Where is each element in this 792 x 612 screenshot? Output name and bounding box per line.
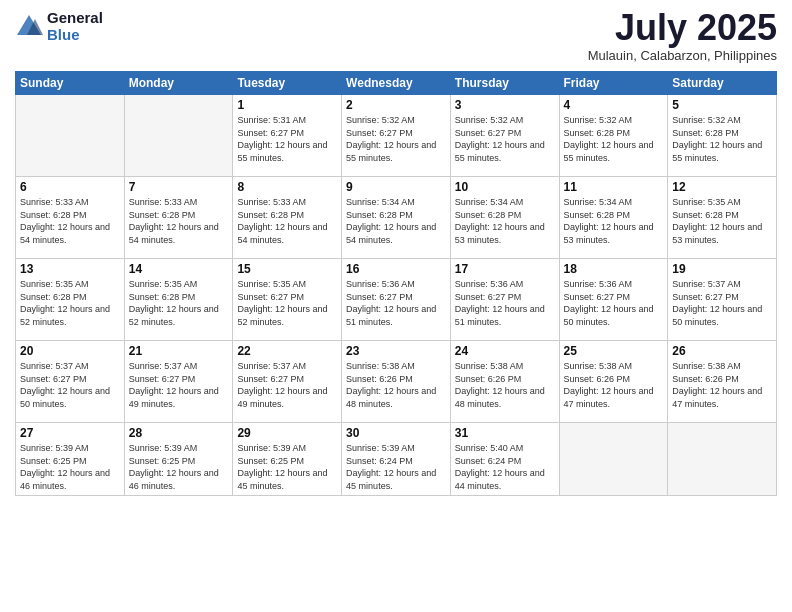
calendar-cell: 24Sunrise: 5:38 AM Sunset: 6:26 PM Dayli… (450, 341, 559, 423)
logo-general: General (47, 10, 103, 27)
week-row-2: 13Sunrise: 5:35 AM Sunset: 6:28 PM Dayli… (16, 259, 777, 341)
day-number: 24 (455, 344, 555, 358)
day-number: 19 (672, 262, 772, 276)
day-number: 20 (20, 344, 120, 358)
day-info: Sunrise: 5:36 AM Sunset: 6:27 PM Dayligh… (455, 278, 555, 328)
day-number: 22 (237, 344, 337, 358)
day-number: 15 (237, 262, 337, 276)
weekday-header-monday: Monday (124, 72, 233, 95)
month-title: July 2025 (588, 10, 777, 46)
title-block: July 2025 Mulauin, Calabarzon, Philippin… (588, 10, 777, 63)
day-number: 27 (20, 426, 120, 440)
day-number: 9 (346, 180, 446, 194)
day-number: 21 (129, 344, 229, 358)
day-number: 6 (20, 180, 120, 194)
day-info: Sunrise: 5:32 AM Sunset: 6:28 PM Dayligh… (672, 114, 772, 164)
logo-icon (15, 13, 43, 41)
week-row-4: 27Sunrise: 5:39 AM Sunset: 6:25 PM Dayli… (16, 423, 777, 496)
calendar-cell (16, 95, 125, 177)
day-number: 12 (672, 180, 772, 194)
weekday-header-tuesday: Tuesday (233, 72, 342, 95)
day-info: Sunrise: 5:35 AM Sunset: 6:28 PM Dayligh… (20, 278, 120, 328)
calendar-cell: 6Sunrise: 5:33 AM Sunset: 6:28 PM Daylig… (16, 177, 125, 259)
logo: General Blue (15, 10, 103, 43)
week-row-3: 20Sunrise: 5:37 AM Sunset: 6:27 PM Dayli… (16, 341, 777, 423)
calendar-cell: 1Sunrise: 5:31 AM Sunset: 6:27 PM Daylig… (233, 95, 342, 177)
day-number: 13 (20, 262, 120, 276)
calendar-cell: 5Sunrise: 5:32 AM Sunset: 6:28 PM Daylig… (668, 95, 777, 177)
day-number: 8 (237, 180, 337, 194)
page: General Blue July 2025 Mulauin, Calabarz… (0, 0, 792, 612)
day-info: Sunrise: 5:40 AM Sunset: 6:24 PM Dayligh… (455, 442, 555, 492)
day-info: Sunrise: 5:32 AM Sunset: 6:28 PM Dayligh… (564, 114, 664, 164)
day-info: Sunrise: 5:33 AM Sunset: 6:28 PM Dayligh… (129, 196, 229, 246)
day-number: 4 (564, 98, 664, 112)
day-info: Sunrise: 5:39 AM Sunset: 6:25 PM Dayligh… (237, 442, 337, 492)
day-info: Sunrise: 5:34 AM Sunset: 6:28 PM Dayligh… (564, 196, 664, 246)
day-number: 11 (564, 180, 664, 194)
calendar-cell (559, 423, 668, 496)
calendar-cell: 22Sunrise: 5:37 AM Sunset: 6:27 PM Dayli… (233, 341, 342, 423)
day-info: Sunrise: 5:35 AM Sunset: 6:28 PM Dayligh… (129, 278, 229, 328)
weekday-header-friday: Friday (559, 72, 668, 95)
calendar-cell: 29Sunrise: 5:39 AM Sunset: 6:25 PM Dayli… (233, 423, 342, 496)
calendar-cell: 26Sunrise: 5:38 AM Sunset: 6:26 PM Dayli… (668, 341, 777, 423)
day-info: Sunrise: 5:33 AM Sunset: 6:28 PM Dayligh… (20, 196, 120, 246)
calendar-cell: 25Sunrise: 5:38 AM Sunset: 6:26 PM Dayli… (559, 341, 668, 423)
day-info: Sunrise: 5:37 AM Sunset: 6:27 PM Dayligh… (237, 360, 337, 410)
day-number: 25 (564, 344, 664, 358)
day-number: 14 (129, 262, 229, 276)
day-number: 23 (346, 344, 446, 358)
calendar-cell: 17Sunrise: 5:36 AM Sunset: 6:27 PM Dayli… (450, 259, 559, 341)
calendar-cell (668, 423, 777, 496)
calendar-cell: 10Sunrise: 5:34 AM Sunset: 6:28 PM Dayli… (450, 177, 559, 259)
logo-blue: Blue (47, 27, 103, 44)
calendar-cell: 9Sunrise: 5:34 AM Sunset: 6:28 PM Daylig… (342, 177, 451, 259)
day-number: 30 (346, 426, 446, 440)
day-info: Sunrise: 5:39 AM Sunset: 6:24 PM Dayligh… (346, 442, 446, 492)
calendar-cell: 8Sunrise: 5:33 AM Sunset: 6:28 PM Daylig… (233, 177, 342, 259)
week-row-0: 1Sunrise: 5:31 AM Sunset: 6:27 PM Daylig… (16, 95, 777, 177)
calendar-cell: 21Sunrise: 5:37 AM Sunset: 6:27 PM Dayli… (124, 341, 233, 423)
weekday-header-wednesday: Wednesday (342, 72, 451, 95)
calendar-cell: 20Sunrise: 5:37 AM Sunset: 6:27 PM Dayli… (16, 341, 125, 423)
day-number: 17 (455, 262, 555, 276)
calendar-cell (124, 95, 233, 177)
weekday-header-thursday: Thursday (450, 72, 559, 95)
day-info: Sunrise: 5:32 AM Sunset: 6:27 PM Dayligh… (346, 114, 446, 164)
location: Mulauin, Calabarzon, Philippines (588, 48, 777, 63)
calendar-cell: 27Sunrise: 5:39 AM Sunset: 6:25 PM Dayli… (16, 423, 125, 496)
calendar-cell: 28Sunrise: 5:39 AM Sunset: 6:25 PM Dayli… (124, 423, 233, 496)
day-number: 26 (672, 344, 772, 358)
calendar-cell: 19Sunrise: 5:37 AM Sunset: 6:27 PM Dayli… (668, 259, 777, 341)
day-info: Sunrise: 5:31 AM Sunset: 6:27 PM Dayligh… (237, 114, 337, 164)
calendar-cell: 2Sunrise: 5:32 AM Sunset: 6:27 PM Daylig… (342, 95, 451, 177)
day-info: Sunrise: 5:37 AM Sunset: 6:27 PM Dayligh… (129, 360, 229, 410)
day-number: 16 (346, 262, 446, 276)
day-number: 5 (672, 98, 772, 112)
calendar-cell: 30Sunrise: 5:39 AM Sunset: 6:24 PM Dayli… (342, 423, 451, 496)
calendar-cell: 14Sunrise: 5:35 AM Sunset: 6:28 PM Dayli… (124, 259, 233, 341)
day-number: 28 (129, 426, 229, 440)
day-info: Sunrise: 5:37 AM Sunset: 6:27 PM Dayligh… (672, 278, 772, 328)
day-number: 18 (564, 262, 664, 276)
day-info: Sunrise: 5:38 AM Sunset: 6:26 PM Dayligh… (346, 360, 446, 410)
day-info: Sunrise: 5:38 AM Sunset: 6:26 PM Dayligh… (672, 360, 772, 410)
calendar-cell: 18Sunrise: 5:36 AM Sunset: 6:27 PM Dayli… (559, 259, 668, 341)
day-info: Sunrise: 5:34 AM Sunset: 6:28 PM Dayligh… (455, 196, 555, 246)
day-number: 2 (346, 98, 446, 112)
calendar-cell: 3Sunrise: 5:32 AM Sunset: 6:27 PM Daylig… (450, 95, 559, 177)
calendar-cell: 12Sunrise: 5:35 AM Sunset: 6:28 PM Dayli… (668, 177, 777, 259)
day-info: Sunrise: 5:32 AM Sunset: 6:27 PM Dayligh… (455, 114, 555, 164)
day-info: Sunrise: 5:37 AM Sunset: 6:27 PM Dayligh… (20, 360, 120, 410)
day-number: 10 (455, 180, 555, 194)
day-info: Sunrise: 5:33 AM Sunset: 6:28 PM Dayligh… (237, 196, 337, 246)
day-info: Sunrise: 5:35 AM Sunset: 6:27 PM Dayligh… (237, 278, 337, 328)
day-info: Sunrise: 5:36 AM Sunset: 6:27 PM Dayligh… (564, 278, 664, 328)
weekday-header-row: SundayMondayTuesdayWednesdayThursdayFrid… (16, 72, 777, 95)
calendar-table: SundayMondayTuesdayWednesdayThursdayFrid… (15, 71, 777, 496)
calendar-cell: 7Sunrise: 5:33 AM Sunset: 6:28 PM Daylig… (124, 177, 233, 259)
day-number: 29 (237, 426, 337, 440)
calendar-cell: 15Sunrise: 5:35 AM Sunset: 6:27 PM Dayli… (233, 259, 342, 341)
day-number: 1 (237, 98, 337, 112)
